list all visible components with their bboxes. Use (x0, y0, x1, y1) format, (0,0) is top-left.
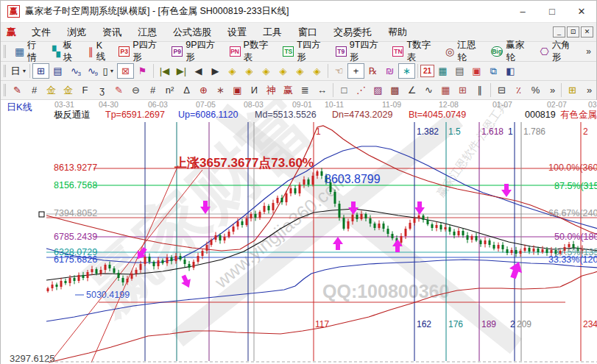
menu-item-formula-pick[interactable]: 公式选股 (165, 24, 219, 40)
toolbar-button-9p-square[interactable]: P99P四方形 (167, 42, 225, 61)
rect-tool-icon[interactable]: □ (336, 82, 353, 98)
diamond-scroll-left-icon[interactable]: ◈ (224, 63, 241, 79)
toolbar-button-kline[interactable]: ∥K线 (84, 42, 114, 61)
toolbar-button-quotes[interactable]: ▦行情 (10, 42, 48, 61)
menu-logo-icon: 赢 (7, 26, 16, 39)
color-flag-icon[interactable]: ⚑ (134, 63, 151, 79)
toolbar1-overflow-button[interactable]: » (581, 46, 596, 57)
zigzag-icon[interactable]: ∿ (420, 82, 437, 98)
toolbar-button-winner-wheel[interactable]: Big赢家轮 (487, 42, 536, 61)
diamond-zoom-icon[interactable]: ◈ (292, 63, 308, 79)
diamond-compress-icon[interactable]: ◈ (275, 63, 292, 79)
diamond-scroll-right-icon[interactable]: ◈ (241, 63, 258, 79)
delete-tool-icon[interactable]: ℞ (364, 63, 381, 79)
gold-grid-2-icon[interactable]: 金 (60, 82, 77, 98)
boxed-circle-icon[interactable]: ▣ (229, 82, 246, 98)
quotes-label: 行情 (27, 39, 43, 64)
menu-item-gann[interactable]: 江恩 (130, 24, 165, 40)
menu-item-settings[interactable]: 设置 (219, 24, 255, 40)
grid-count-icon[interactable]: ≣ (297, 82, 314, 98)
grid-box-arrow-icon[interactable]: ⊞ (454, 82, 471, 98)
prev-bar-icon[interactable]: ◀ (190, 63, 207, 79)
period-day-dropdown-icon[interactable]: 日▼ (10, 63, 27, 79)
n-square-icon[interactable]: n² (161, 82, 178, 98)
toolbar-button-gann-wheel[interactable]: ◎江恩轮 (441, 42, 487, 61)
wave-3-icon[interactable]: ∿3 (66, 63, 83, 79)
first-bar-icon[interactable]: |◀ (156, 63, 173, 79)
data-transfer-icon[interactable]: ⧉ (485, 63, 502, 79)
toolbar-button-t-number-table[interactable]: TNT数字表 (388, 42, 441, 61)
close-button[interactable]: ✕ (567, 1, 596, 22)
menu-item-browse[interactable]: 浏览 (59, 24, 94, 40)
maximize-button[interactable]: □ (537, 1, 567, 22)
yellow-grid-icon[interactable]: ⊞ (564, 82, 581, 98)
fan-box-icon[interactable]: ▨ (370, 82, 386, 98)
toolbar-grip[interactable] (4, 45, 7, 58)
computer-icon[interactable]: ◧ (502, 63, 519, 79)
last-bar-icon[interactable]: ▶| (173, 63, 190, 79)
more-tools-icon[interactable]: » (544, 82, 561, 98)
gold-grid-1-icon[interactable]: 金 (43, 82, 60, 98)
toolbar-button-p-square[interactable]: P3P四方形 (114, 42, 167, 61)
win-tool-icon[interactable]: 赢 (280, 82, 297, 98)
toolbar-button-sectors[interactable]: ▚板块 (48, 42, 84, 61)
more-2-icon[interactable]: » (581, 82, 597, 98)
menu-item-tools[interactable]: 工具 (255, 24, 290, 40)
fan-box-2-icon[interactable]: ▩ (386, 82, 403, 98)
mdi-close-button[interactable]: ✕ (581, 26, 593, 38)
spiral-icon[interactable]: ʒ (93, 82, 110, 98)
calendar-icon[interactable]: 21 (420, 65, 434, 77)
chart-window-icon[interactable]: ⊞ (32, 63, 49, 79)
diamond-expand-icon[interactable]: ◈ (258, 63, 275, 79)
tally-ruler-icon[interactable]: # (26, 82, 43, 98)
gann-box-tool-icon[interactable]: ⊠ (117, 63, 134, 79)
wave-9-icon[interactable]: ∿9 (83, 63, 100, 79)
grid-box-icon[interactable]: ▦ (437, 82, 454, 98)
diamond-move-icon[interactable]: ◈ (308, 63, 325, 79)
span-measure-icon[interactable]: ↔ (314, 82, 331, 98)
time-ruler-icon[interactable]: ⊖ (127, 82, 144, 98)
brush-icon[interactable]: ✎ (9, 82, 26, 98)
analysis-tool-icon[interactable]: ∗ (398, 63, 415, 79)
info-doc-icon[interactable]: ▤ (49, 63, 66, 79)
toolbar-button-hexagon[interactable]: ⎔六角形 (536, 42, 582, 61)
star-burst-icon[interactable]: ∗ (212, 82, 229, 98)
toolbar-button-t-square[interactable]: TST四方形 (278, 42, 331, 61)
save-icon[interactable]: ▣ (468, 63, 485, 79)
minimize-button[interactable]: – (508, 1, 537, 22)
f-grid-icon[interactable]: F (77, 82, 93, 98)
kline-chart[interactable]: 赢家财富www.yingjia360.com赢家江恩软件-江恩工具QQ:1008… (1, 100, 597, 364)
gann-fan-icon[interactable]: ⋰ (353, 82, 370, 98)
menu-item-file[interactable]: 文件 (24, 24, 59, 40)
price-ladder-icon[interactable]: ⊟ (493, 82, 510, 98)
percent-icon[interactable]: % (527, 82, 544, 98)
rise-annotation: 上涨3657.3677点73.60% (174, 156, 314, 170)
mdi-minimize-button[interactable]: _ (553, 26, 565, 38)
toolbar-grip[interactable] (4, 65, 7, 78)
menu-item-help[interactable]: 帮助 (380, 24, 415, 40)
parallel-lines-icon[interactable]: ∥ (471, 82, 488, 98)
menu-item-news[interactable]: 资讯 (94, 24, 130, 40)
pen-2-icon[interactable]: ✎ (110, 82, 127, 98)
notes-icon[interactable]: ▤ (451, 63, 468, 79)
mdi-restore-button[interactable]: ⊡ (567, 26, 579, 38)
wave-mark-icon[interactable]: И (246, 82, 263, 98)
pan-hand-icon[interactable]: ☜ (331, 63, 347, 79)
menu-item-window[interactable]: 窗口 (290, 24, 325, 40)
shen-tool-icon[interactable]: 神 (263, 82, 280, 98)
count-ruler-icon[interactable]: # (144, 82, 161, 98)
candle-style-dropdown-icon[interactable]: ▯▼ (100, 63, 117, 79)
angle-compass-icon[interactable]: Δ (178, 82, 195, 98)
toolbar-button-p-number-table[interactable]: PNP数字表 (225, 42, 279, 61)
calculator-icon[interactable]: ▦ (434, 63, 451, 79)
toolbar-button-9t-square[interactable]: T99T四方形 (331, 42, 389, 61)
gann-circle-icon[interactable]: ⊕ (195, 82, 212, 98)
next-bar-icon[interactable]: ▶ (207, 63, 224, 79)
crosshair-icon[interactable]: + (347, 63, 364, 79)
percent-retrace-icon[interactable]: ٪ (510, 82, 527, 98)
toolbar-grip[interactable] (4, 84, 6, 97)
menu-item-trade[interactable]: 交易委托 (325, 24, 380, 40)
angle-line-icon[interactable]: ∠ (403, 82, 420, 98)
line-drag-handle[interactable] (39, 212, 44, 217)
magic-tool-icon[interactable]: ₪ (381, 63, 398, 79)
